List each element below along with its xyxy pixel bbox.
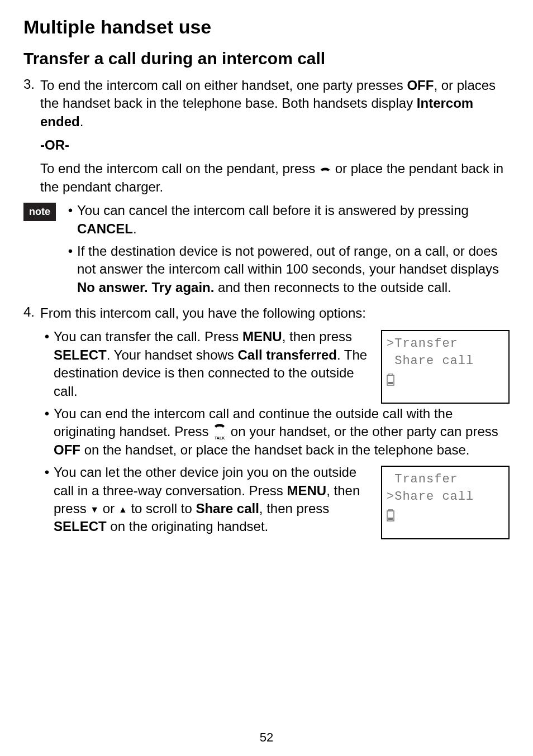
svg-rect-5 [388,518,393,520]
key-off: OFF [54,442,80,457]
bullet-content: You can end the intercom call and contin… [54,405,510,459]
step-number: 3. [23,76,40,131]
battery-icon [387,374,394,385]
text: . [80,114,84,129]
text: To end the intercom call on either hands… [40,78,407,93]
page-number: 52 [0,730,533,745]
bullet-content: If the destination device is not powered… [77,242,510,296]
hangup-icon [319,163,331,174]
step-content: To end the intercom call on either hands… [40,76,510,131]
text: . [133,221,137,236]
manual-page: Multiple handset use Transfer a call dur… [0,0,533,756]
sub-bullet-2: • You can end the intercom call and cont… [40,405,510,459]
menu-item-share-call: Share call [196,501,259,516]
key-menu: MENU [287,483,327,498]
note-bullets: • You can cancel the intercom call befor… [64,202,510,301]
text: You can cancel the intercom call before … [77,203,469,218]
bullet-icon: • [64,242,77,296]
text: , then press [259,501,329,516]
step-number: 4. [23,304,40,322]
note-bullet-2: • If the destination device is not power… [64,242,510,296]
sub-bullet-1-text: • You can transfer the call. Press MENU,… [40,328,373,405]
display-call-transferred: Call transferred [238,347,337,362]
text: on the handset, or place the handset bac… [80,442,470,457]
bullet-content: You can let the other device join you on… [54,463,373,536]
battery-icon [387,509,394,520]
svg-rect-2 [388,382,393,384]
text: to scroll to [127,501,196,516]
bullet-content: You can cancel the intercom call before … [77,202,510,238]
lcd-line: >Share call [387,489,503,506]
bullet-icon: • [64,202,77,238]
sub-bullet-3: • You can let the other device join you … [40,463,373,536]
up-arrow-icon: ▲ [118,504,127,516]
bullet-content: You can transfer the call. Press MENU, t… [54,328,373,400]
step-4-sub-bullets: • You can transfer the call. Press MENU,… [40,328,510,540]
text: You can transfer the call. Press [54,329,242,344]
step-content: From this intercom call, you have the fo… [40,304,510,322]
key-cancel: CANCEL [77,221,133,236]
text: on the originating handset. [107,519,269,534]
key-off: OFF [407,78,434,93]
or-separator: -OR- [40,136,510,154]
pendant-instruction: To end the intercom call on the pendant,… [40,160,510,196]
text: If the destination device is not powered… [77,243,499,276]
bullet-icon: • [40,405,54,459]
key-menu: MENU [242,329,282,344]
page-title: Multiple handset use [23,16,510,39]
sub-bullet-1-row: • You can transfer the call. Press MENU,… [40,328,510,405]
talk-label: TALK [212,436,227,440]
text: and then reconnects to the outside call. [214,280,451,295]
key-select: SELECT [54,519,107,534]
down-arrow-icon: ▼ [90,504,99,516]
section-title: Transfer a call during an intercom call [23,49,510,69]
note-bullet-1: • You can cancel the intercom call befor… [64,202,510,238]
step-4: 4. From this intercom call, you have the… [23,304,510,322]
text: on your handset, or the other party can … [227,424,498,439]
sub-bullet-3-row: • You can let the other device join you … [40,463,510,540]
text: . Your handset shows [107,347,238,362]
step-3: 3. To end the intercom call on either ha… [23,76,510,131]
lcd-line: >Transfer [387,336,503,353]
display-no-answer: No answer. Try again. [77,280,214,295]
note-block: note • You can cancel the intercom call … [23,202,510,301]
text: , then press [282,329,352,344]
sub-bullet-3-text: • You can let the other device join you … [40,463,373,540]
key-select: SELECT [54,347,107,362]
talk-icon: TALK [212,423,227,436]
text: To end the intercom call on the pendant,… [40,161,319,176]
lcd-line: Transfer [387,471,503,489]
text: or [99,501,118,516]
note-badge: note [23,203,56,221]
bullet-icon: • [40,463,54,536]
lcd-line: Share call [387,353,503,370]
lcd-screen-transfer: >Transfer Share call [381,330,510,404]
sub-bullet-1: • You can transfer the call. Press MENU,… [40,328,373,400]
bullet-icon: • [40,328,54,400]
lcd-screen-share-call: Transfer >Share call [381,466,510,539]
